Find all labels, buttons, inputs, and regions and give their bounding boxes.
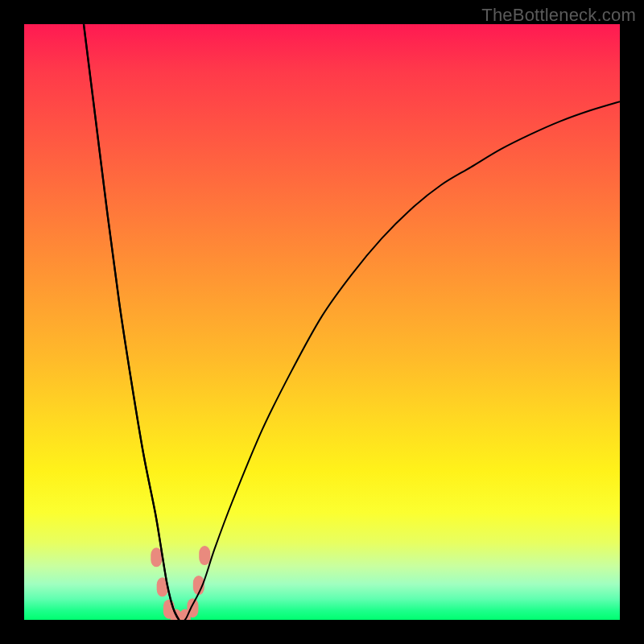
marker-group <box>151 546 210 620</box>
data-marker <box>199 546 210 565</box>
curve-svg <box>24 24 620 620</box>
chart-frame: TheBottleneck.com <box>0 0 644 644</box>
curve-path <box>84 24 620 620</box>
curve-path-left <box>84 24 179 620</box>
watermark-text: TheBottleneck.com <box>481 5 636 26</box>
data-marker <box>151 547 162 567</box>
plot-area <box>24 24 620 620</box>
data-marker <box>187 598 198 617</box>
